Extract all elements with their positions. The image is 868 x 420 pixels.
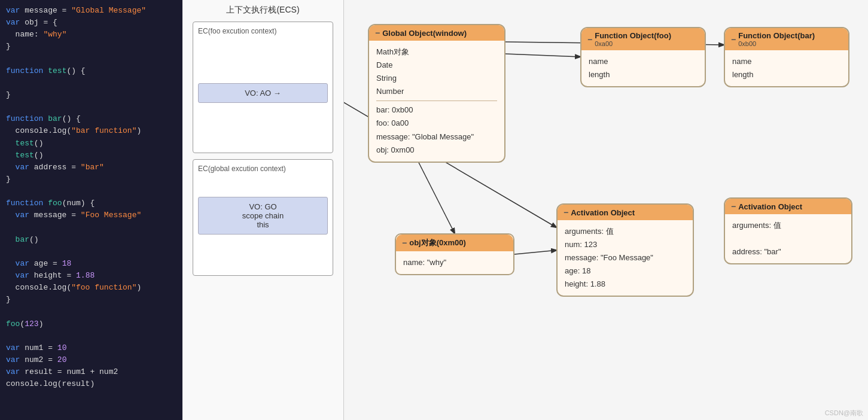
act-foo-height: height: 1.88 bbox=[565, 278, 686, 291]
svg-line-0 bbox=[505, 54, 580, 57]
watermark: CSDN@南歌 bbox=[825, 409, 863, 418]
svg-line-2 bbox=[419, 163, 455, 233]
ecs-panel: 上下文执行栈(ECS) EC(foo excution context) VO:… bbox=[182, 0, 344, 420]
global-object-box: − Global Object(window) Math对象 Date Stri… bbox=[368, 24, 505, 163]
go-math: Math对象 bbox=[376, 45, 497, 59]
vo-go-line3: this bbox=[206, 220, 320, 229]
global-object-header: − Global Object(window) bbox=[369, 25, 504, 41]
code-line: } bbox=[6, 41, 176, 53]
global-object-title: Global Object(window) bbox=[382, 29, 467, 38]
vo-go-box: VO: GO scope chain this bbox=[198, 197, 328, 235]
code-line: } bbox=[6, 89, 176, 101]
code-line: var result = num1 + num2 bbox=[6, 366, 176, 378]
code-line: var num1 = 10 bbox=[6, 342, 176, 354]
svg-line-3 bbox=[514, 250, 556, 254]
vo-go-line2: scope chain bbox=[206, 211, 320, 220]
minus-icon-obj: − bbox=[402, 238, 407, 248]
code-line: test() bbox=[6, 138, 176, 150]
code-line: console.log("foo function") bbox=[6, 282, 176, 294]
activation-bar-box: − Activation Object arguments: 值 address… bbox=[724, 197, 852, 264]
act-bar-spacer bbox=[732, 232, 844, 245]
code-line bbox=[6, 77, 176, 89]
code-line: function bar() { bbox=[6, 113, 176, 125]
code-line: foo(123) bbox=[6, 318, 176, 330]
code-line bbox=[6, 53, 176, 65]
obj-name-why: name: "why" bbox=[403, 256, 506, 269]
function-foo-body: name length bbox=[581, 50, 705, 86]
minus-icon-bar: − bbox=[731, 35, 736, 44]
code-line: var message = "Foo Message" bbox=[6, 209, 176, 221]
function-bar-box: − Function Object(bar) 0xb00 name length bbox=[724, 27, 849, 87]
code-line: name: "why" bbox=[6, 29, 176, 41]
function-bar-body: name length bbox=[725, 50, 848, 86]
code-line bbox=[6, 306, 176, 318]
function-bar-title: Function Object(bar) bbox=[738, 31, 815, 40]
code-line: var height = 1.88 bbox=[6, 270, 176, 282]
act-foo-arguments: arguments: 值 bbox=[565, 225, 686, 238]
ec-global-box: EC(global excution context) VO: GO scope… bbox=[193, 159, 333, 276]
function-foo-box: − Function Object(foo) 0xa00 name length bbox=[580, 27, 706, 87]
go-message: message: "Global Message" bbox=[376, 130, 497, 144]
code-line: var num2 = 20 bbox=[6, 354, 176, 366]
activation-foo-box: − Activation Object arguments: 值 num: 12… bbox=[556, 203, 694, 297]
code-line: bar() bbox=[6, 234, 176, 246]
go-string: String bbox=[376, 72, 497, 85]
code-line: } bbox=[6, 294, 176, 306]
go-number: Number bbox=[376, 85, 497, 98]
minus-icon-act-bar: − bbox=[731, 202, 736, 211]
go-obj: obj: 0xm00 bbox=[376, 144, 497, 157]
vo-ao-box: VO: AO → bbox=[198, 83, 328, 103]
function-foo-address: 0xa00 bbox=[595, 40, 671, 47]
obj-obj-header: − obj对象(0xm00) bbox=[396, 235, 513, 251]
foo-name: name bbox=[589, 55, 698, 68]
code-line bbox=[6, 330, 176, 342]
code-line: function test() { bbox=[6, 65, 176, 77]
code-line: test() bbox=[6, 150, 176, 162]
function-bar-address: 0xb00 bbox=[738, 40, 815, 47]
go-bar: bar: 0xb00 bbox=[376, 104, 497, 117]
foo-length: length bbox=[589, 68, 698, 81]
code-line bbox=[6, 185, 176, 197]
ec-foo-box: EC(foo excution context) VO: AO → bbox=[193, 22, 333, 153]
activation-bar-title: Activation Object bbox=[738, 202, 802, 211]
minus-icon-foo: − bbox=[587, 35, 592, 44]
obj-obj-title: obj对象(0xm00) bbox=[409, 238, 466, 248]
code-line: var age = 18 bbox=[6, 258, 176, 270]
code-line: console.log(result) bbox=[6, 378, 176, 390]
code-line: var message = "Global Message" bbox=[6, 5, 176, 17]
diagram-panel: − Global Object(window) Math对象 Date Stri… bbox=[344, 0, 868, 420]
act-foo-num: num: 123 bbox=[565, 238, 686, 251]
bar-length: length bbox=[732, 68, 841, 81]
ec-foo-label: EC(foo excution context) bbox=[198, 27, 328, 35]
activation-bar-body: arguments: 值 address: "bar" bbox=[725, 214, 851, 263]
act-bar-address: address: "bar" bbox=[732, 245, 844, 258]
go-foo: foo: 0a00 bbox=[376, 117, 497, 130]
code-line: var address = "bar" bbox=[6, 162, 176, 174]
ec-global-label: EC(global excution context) bbox=[198, 165, 328, 173]
ecs-title: 上下文执行栈(ECS) bbox=[226, 5, 299, 16]
go-date: Date bbox=[376, 59, 497, 72]
code-line: } bbox=[6, 174, 176, 185]
activation-bar-header: − Activation Object bbox=[725, 199, 851, 214]
obj-obj-body: name: "why" bbox=[396, 251, 513, 274]
activation-foo-header: − Activation Object bbox=[558, 205, 693, 220]
function-foo-header: − Function Object(foo) 0xa00 bbox=[581, 28, 705, 50]
code-line: var obj = { bbox=[6, 17, 176, 29]
act-foo-age: age: 18 bbox=[565, 264, 686, 278]
function-foo-title: Function Object(foo) bbox=[595, 31, 671, 40]
global-object-body: Math对象 Date String Number bar: 0xb00 foo… bbox=[369, 41, 504, 162]
code-line: function foo(num) { bbox=[6, 197, 176, 209]
act-foo-message: message: "Foo Message" bbox=[565, 251, 686, 264]
code-line bbox=[6, 101, 176, 113]
vo-go-line1: VO: GO bbox=[206, 202, 320, 211]
function-bar-header: − Function Object(bar) 0xb00 bbox=[725, 28, 848, 50]
act-bar-arguments: arguments: 值 bbox=[732, 219, 844, 232]
bar-name: name bbox=[732, 55, 841, 68]
code-line bbox=[6, 246, 176, 258]
activation-foo-title: Activation Object bbox=[571, 208, 635, 217]
minus-icon-global: − bbox=[375, 28, 380, 38]
activation-foo-body: arguments: 值 num: 123 message: "Foo Mess… bbox=[558, 220, 693, 296]
code-panel: var message = "Global Message"var obj = … bbox=[0, 0, 182, 420]
minus-icon-act-foo: − bbox=[564, 208, 568, 217]
code-line: console.log("bar function") bbox=[6, 125, 176, 137]
